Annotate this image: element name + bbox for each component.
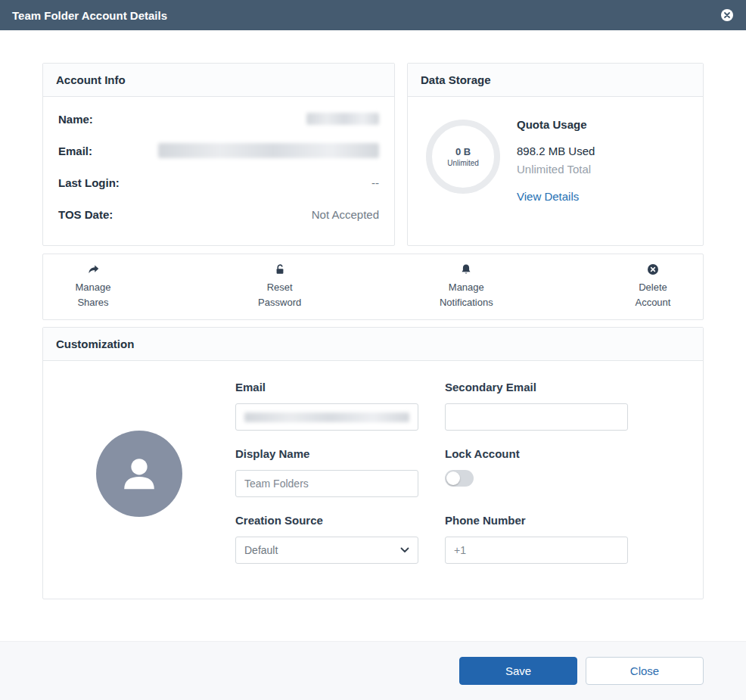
secondary-email-field-label: Secondary Email xyxy=(445,381,628,394)
x-circle-icon xyxy=(647,263,659,275)
modal-title: Team Folder Account Details xyxy=(12,9,167,22)
modal-header: Team Folder Account Details xyxy=(0,0,746,30)
manage-shares-label: Manage Shares xyxy=(76,280,111,310)
reset-password-line2: Password xyxy=(258,295,301,310)
unlock-icon xyxy=(274,263,286,275)
email-label: Email: xyxy=(58,145,92,157)
phone-number-field-group: Phone Number xyxy=(445,514,628,564)
data-storage-body: 0 B Unlimited Quota Usage 898.2 MB Used … xyxy=(408,97,703,204)
account-info-title: Account Info xyxy=(43,64,394,97)
phone-number-field-label: Phone Number xyxy=(445,514,628,527)
save-button[interactable]: Save xyxy=(459,657,577,685)
data-storage-title: Data Storage xyxy=(408,64,703,97)
manage-notifications-label: Manage Notifications xyxy=(440,280,493,310)
data-storage-card: Data Storage 0 B Unlimited Quota Usage 8… xyxy=(407,63,704,246)
email-input[interactable] xyxy=(235,403,418,431)
last-login-value: -- xyxy=(371,176,379,189)
account-info-rows: Name: Email: Last Login: -- TOS Date: No… xyxy=(43,97,394,236)
account-info-card: Account Info Name: Email: Last Login: --… xyxy=(42,63,395,246)
redacted-name-value xyxy=(306,113,379,125)
toggle-knob xyxy=(446,471,460,485)
manage-shares-line2: Shares xyxy=(76,295,111,310)
customization-body: Email Secondary Email Display Name Lock … xyxy=(43,361,703,599)
info-row-email: Email: xyxy=(58,135,379,166)
avatar-column xyxy=(43,381,235,564)
view-details-link[interactable]: View Details xyxy=(517,190,579,203)
top-row: Account Info Name: Email: Last Login: --… xyxy=(42,63,704,246)
reset-password-button[interactable]: Reset Password xyxy=(230,263,330,310)
manage-notifications-line2: Notifications xyxy=(440,295,493,310)
delete-account-line1: Delete xyxy=(635,280,670,295)
customization-card: Customization Email Se xyxy=(42,327,704,599)
delete-account-line2: Account xyxy=(635,295,670,310)
manage-shares-line1: Manage xyxy=(76,280,111,295)
quota-ring-label: Unlimited xyxy=(447,159,479,167)
secondary-email-field-group: Secondary Email xyxy=(445,381,628,431)
modal-footer: Save Close xyxy=(0,641,746,700)
quota-used-value: 898.2 MB Used xyxy=(517,145,595,157)
lock-account-field-label: Lock Account xyxy=(445,447,628,460)
close-button[interactable]: Close xyxy=(586,657,704,685)
display-name-input[interactable] xyxy=(235,470,418,497)
reset-password-line1: Reset xyxy=(258,280,301,295)
manage-notifications-button[interactable]: Manage Notifications xyxy=(416,263,516,310)
customization-title: Customization xyxy=(43,328,703,361)
share-icon xyxy=(87,263,100,275)
redacted-email-input-value xyxy=(244,412,409,422)
customization-form: Email Secondary Email Display Name Lock … xyxy=(235,381,628,564)
manage-shares-button[interactable]: Manage Shares xyxy=(43,263,143,310)
info-row-tos-date: TOS Date: Not Accepted xyxy=(58,198,379,230)
action-bar: Manage Shares Reset Password xyxy=(42,254,704,320)
secondary-email-input[interactable] xyxy=(445,403,628,431)
redacted-email-value xyxy=(158,143,379,158)
creation-source-field-label: Creation Source xyxy=(235,514,418,527)
lock-account-toggle[interactable] xyxy=(445,470,474,487)
display-name-field-group: Display Name xyxy=(235,447,418,497)
email-field-label: Email xyxy=(235,381,418,394)
creation-source-select[interactable]: Default xyxy=(235,537,418,564)
quota-info: Quota Usage 898.2 MB Used Unlimited Tota… xyxy=(517,114,595,204)
quota-ring: 0 B Unlimited xyxy=(426,120,500,194)
person-icon xyxy=(117,452,161,496)
tos-date-label: TOS Date: xyxy=(58,208,113,221)
tos-date-value: Not Accepted xyxy=(312,208,379,221)
phone-number-input[interactable] xyxy=(445,537,628,564)
reset-password-label: Reset Password xyxy=(258,280,301,310)
lock-account-field-group: Lock Account xyxy=(445,447,628,497)
delete-account-button[interactable]: Delete Account xyxy=(603,263,703,310)
info-row-last-login: Last Login: -- xyxy=(58,166,379,198)
manage-notifications-line1: Manage xyxy=(440,280,493,295)
quota-ring-value: 0 B xyxy=(455,146,471,157)
last-login-label: Last Login: xyxy=(58,176,120,189)
delete-account-label: Delete Account xyxy=(635,280,670,310)
modal-content: Account Info Name: Email: Last Login: --… xyxy=(0,30,746,641)
creation-source-field-group: Creation Source Default xyxy=(235,514,418,564)
close-icon[interactable] xyxy=(720,8,734,22)
email-field-group: Email xyxy=(235,381,418,431)
info-row-name: Name: xyxy=(58,103,379,135)
name-label: Name: xyxy=(58,113,93,126)
bell-icon xyxy=(460,263,472,275)
creation-source-select-wrap: Default xyxy=(235,537,418,564)
quota-total-value: Unlimited Total xyxy=(517,163,595,176)
quota-usage-heading: Quota Usage xyxy=(517,118,595,131)
display-name-field-label: Display Name xyxy=(235,447,418,460)
avatar[interactable] xyxy=(96,431,182,517)
